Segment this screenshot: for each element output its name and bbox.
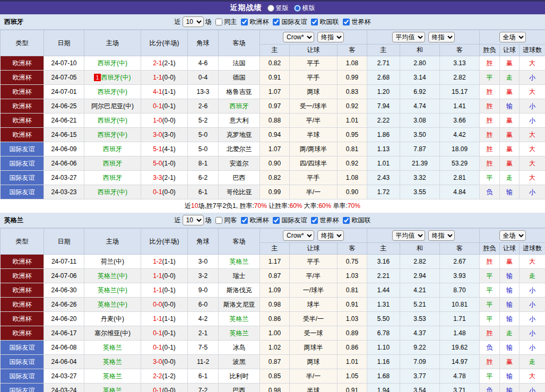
home-team-name: 荷兰(中)	[101, 258, 124, 265]
league-filter-checkbox[interactable]	[343, 19, 350, 25]
avg-draw-cell: 7.87	[400, 142, 440, 156]
winloss-result-cell: 胜	[480, 255, 500, 269]
avg-draw-cell: 5.21	[400, 298, 440, 312]
match-count-select[interactable]: 10	[183, 16, 204, 27]
avg-home-cell: 1.94	[367, 384, 400, 392]
fulltime-score: 0-1	[153, 102, 162, 110]
team-name: 西班牙	[4, 18, 23, 27]
match-row: 欧洲杯24-06-20丹麦(中)1-1(1-1)4-2英格兰0.86受半/一1.…	[1, 312, 545, 326]
fulltime-score: 1-1	[153, 286, 162, 294]
column-header: 客场	[219, 30, 260, 56]
bookmaker-select[interactable]: Crow*	[283, 32, 314, 42]
fulltime-score: 0-0	[153, 301, 162, 308]
match-row: 欧洲杯24-06-30英格兰(中)1-1(0-1)9-0斯洛伐克1.09一/球半…	[1, 283, 545, 298]
date-cell: 24-06-30	[44, 283, 84, 298]
layout-vertical-option[interactable]: 竖版	[267, 4, 289, 13]
vertical-layout-radio[interactable]	[267, 5, 274, 12]
final-odds-select[interactable]: 终指	[317, 230, 344, 241]
league-filter-label: 国际友谊	[282, 18, 307, 27]
corner-cell: 13-3	[188, 85, 219, 99]
date-cell: 24-06-15	[44, 128, 84, 142]
home-odds-cell: 0.85	[260, 369, 290, 384]
handicap-result-cell: 输	[500, 269, 520, 283]
fulltime-score: 2-1	[153, 59, 162, 67]
halftime-score: (0-1)	[162, 344, 176, 351]
goals-result-cell: 大	[520, 171, 545, 185]
scope-select[interactable]: 全场	[499, 230, 526, 241]
halftime-score: (3-0)	[162, 131, 176, 138]
avg-away-cell: 3.93	[440, 269, 480, 283]
league-filter-label: 世界杯	[320, 216, 339, 225]
fulltime-score: 0-1	[153, 188, 162, 196]
halftime-score: (1-2)	[162, 372, 176, 380]
horizontal-layout-radio[interactable]	[294, 5, 301, 12]
section-summary: 近10场,胜7平2负1, 胜率:70% 让胜率:60% 大率:60% 单率:70…	[0, 199, 545, 213]
match-row: 欧洲杯24-06-25阿尔巴尼亚(中)0-1(0-1)2-6西班牙0.97受一/…	[1, 99, 545, 114]
home-odds-cell: 0.98	[260, 384, 290, 392]
same-venue-checkbox[interactable]	[215, 217, 222, 224]
avg-draw-cell: 3.77	[400, 369, 440, 384]
fulltime-score: 2-2	[153, 372, 162, 380]
league-filter-checkbox[interactable]	[311, 19, 318, 25]
layout-horizontal-option[interactable]: 横版	[294, 4, 315, 13]
halftime-score: (2-1)	[162, 59, 176, 67]
home-odds-cell: 1.09	[260, 283, 290, 298]
away-team-name: 安道尔	[230, 160, 249, 167]
winloss-result-cell: 平	[480, 283, 500, 298]
away-team-name: 北爱尔兰	[227, 145, 252, 153]
final-odds-select[interactable]: 终指	[317, 32, 344, 42]
avg-away-cell: 2.67	[440, 255, 480, 269]
results-table: 类型日期主场比分(半场)角球客场Crow*终指平均值终指全场主让球客主和客胜负让…	[0, 30, 545, 199]
bookmaker-select[interactable]: Crow*	[283, 230, 314, 241]
avg-draw-cell: 4.21	[400, 283, 440, 298]
scope-select[interactable]: 全场	[499, 32, 526, 42]
league-filter-checkbox[interactable]	[311, 217, 318, 224]
fulltime-score: 3-0	[153, 131, 162, 138]
avg-away-cell: 10.81	[440, 298, 480, 312]
avg-draw-cell: 3.53	[400, 312, 440, 326]
results-table: 类型日期主场比分(半场)角球客场Crow*终指平均值终指全场主让球客主和客胜负让…	[0, 228, 545, 392]
goals-result-cell: 小	[520, 298, 545, 312]
corner-cell: 5-2	[188, 114, 219, 128]
score-cell: 1-2(1-1)	[141, 255, 188, 269]
league-filter-checkbox[interactable]	[273, 19, 280, 25]
league-filter-checkbox[interactable]	[273, 217, 280, 224]
average-select[interactable]: 平均值	[392, 32, 425, 42]
handicap-result-cell: 赢	[500, 255, 520, 269]
same-venue-checkbox[interactable]	[215, 19, 222, 25]
league-filter-checkbox[interactable]	[241, 19, 248, 25]
average-select[interactable]: 平均值	[392, 230, 425, 241]
away-team-name: 法国	[233, 59, 246, 67]
home-odds-cell: 0.97	[260, 99, 290, 114]
fulltime-score: 1-1	[153, 272, 162, 280]
handicap-cell: 平手	[290, 71, 338, 85]
league-filter-checkbox[interactable]	[343, 217, 350, 224]
final-odds-select-2[interactable]: 终指	[428, 230, 455, 241]
away-team-cell: 哥伦比亚	[219, 185, 260, 199]
summary-segment: 大率:	[302, 202, 319, 210]
away-odds-cell: 0.92	[338, 156, 367, 171]
home-team-name: 英格兰(中)	[98, 286, 127, 294]
handicap-result-cell: 输	[500, 283, 520, 298]
away-team-cell: 瑞士	[219, 269, 260, 283]
league-filter-checkbox[interactable]	[241, 217, 248, 224]
games-label: 场	[205, 216, 212, 225]
home-team-cell: 西班牙(中)	[84, 128, 141, 142]
score-cell: 0-0(0-0)	[141, 298, 188, 312]
league-cell: 欧洲杯	[1, 283, 44, 298]
date-cell: 24-06-21	[44, 114, 84, 128]
away-odds-cell: 0.91	[338, 298, 367, 312]
match-row: 欧洲杯24-06-17塞尔维亚(中)0-1(0-1)2-1英格兰1.00受一球0…	[1, 326, 545, 341]
match-count-select[interactable]: 10	[183, 215, 204, 225]
home-team-name: 英格兰	[103, 372, 122, 380]
avg-draw-cell: 4.74	[400, 99, 440, 114]
date-cell: 24-06-04	[44, 355, 84, 369]
score-cell: 4-1(1-1)	[141, 85, 188, 99]
match-row: 欧洲杯24-06-26英格兰(中)0-0(0-0)6-0斯洛文尼亚0.98球半0…	[1, 298, 545, 312]
handicap-cell: 半球	[290, 384, 338, 392]
handicap-result-cell: 赢	[500, 355, 520, 369]
final-odds-select-2[interactable]: 终指	[428, 32, 455, 42]
fulltime-score: 3-0	[153, 358, 162, 365]
fulltime-score: 5-1	[153, 145, 162, 153]
avg-draw-cell: 3.55	[400, 185, 440, 199]
